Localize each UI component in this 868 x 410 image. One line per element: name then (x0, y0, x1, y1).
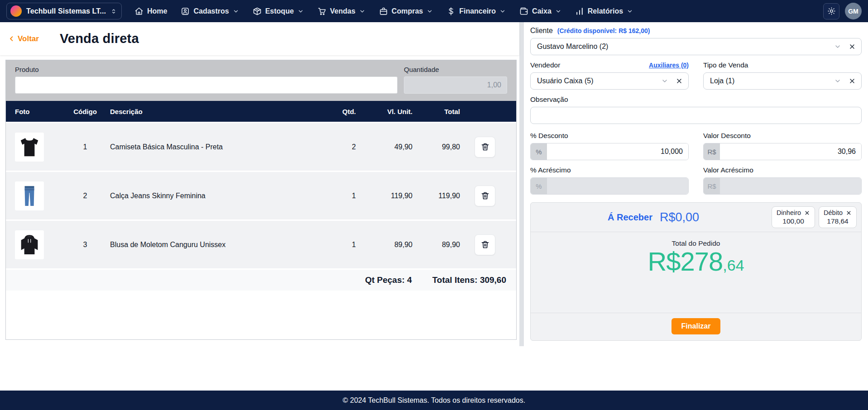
pct-acrescimo-input (547, 178, 688, 194)
navbar-right: GM (823, 3, 862, 19)
bottom-gap (0, 346, 868, 391)
wallet-icon (519, 7, 528, 16)
nav-item-caixa[interactable]: Caixa (519, 7, 561, 16)
chevron-down-icon (427, 8, 433, 14)
chevron-down-icon (627, 8, 633, 14)
user-avatar[interactable]: GM (845, 3, 862, 19)
nav-item-financeiro[interactable]: Financeiro (446, 7, 506, 16)
package-icon (253, 7, 262, 16)
dollar-icon (446, 7, 456, 16)
chevron-left-icon (8, 35, 15, 42)
company-logo (10, 5, 22, 17)
cliente-select[interactable]: Gustavo Marcelino (2) (530, 38, 862, 55)
column-divider (519, 22, 524, 346)
footer: © 2024 TechBull Sistemas. Todos os direi… (0, 391, 868, 410)
chevron-down-icon (834, 43, 841, 50)
chevron-down-icon (359, 8, 365, 14)
pct-desconto-label: % Desconto (530, 132, 568, 140)
sale-items-section: Voltar Venda direta Produto Quantidade (0, 22, 519, 346)
delete-item-button[interactable] (475, 234, 495, 255)
product-photo-tshirt (15, 133, 44, 162)
totals-box: Á Receber R$0,00 Dinheiro 100,00 Débito (530, 202, 862, 341)
user-badge-icon (181, 7, 190, 16)
chevron-down-icon (297, 8, 304, 14)
page-header: Voltar Venda direta (0, 22, 519, 55)
clear-vendedor-button[interactable] (676, 77, 683, 85)
page-title: Venda direta (60, 31, 139, 46)
table-row: 3 Blusa de Moletom Canguru Unissex 1 89,… (6, 219, 516, 268)
company-name: Techbull Sistemas LT... (26, 7, 106, 15)
percent-prefix: % (531, 178, 547, 194)
company-selector[interactable]: Techbull Sistemas LT... (6, 3, 122, 19)
payment-chip-dinheiro: Dinheiro 100,00 (772, 206, 815, 228)
nav-item-vendas[interactable]: Vendas (317, 7, 365, 16)
items-panel-wrap: Produto Quantidade Foto Código Descrição… (0, 55, 519, 346)
vendedor-label: Vendedor (530, 61, 560, 69)
nav-item-compras[interactable]: Compras (379, 7, 433, 16)
cliente-label: Cliente (530, 27, 553, 35)
nav-item-cadastros[interactable]: Cadastros (181, 7, 239, 16)
product-photo-hoodie (15, 230, 44, 259)
nav-menu: Home Cadastros Estoque Vendas Compras Fi… (134, 7, 817, 16)
updown-chevron-icon (110, 8, 117, 15)
home-icon (134, 7, 144, 16)
table-summary: Qt Peças: 4 Total Itens: 309,60 (6, 268, 516, 291)
valor-desconto-label: Valor Desconto (703, 132, 751, 140)
product-toolbar: Produto Quantidade (6, 60, 516, 101)
observacao-label: Observação (530, 95, 568, 104)
items-panel: Produto Quantidade Foto Código Descrição… (5, 60, 517, 340)
percent-prefix: % (531, 143, 547, 160)
product-photo-jeans (15, 181, 44, 210)
delete-item-button[interactable] (475, 186, 495, 206)
remove-payment-icon[interactable] (804, 210, 810, 216)
valor-acrescimo-label: Valor Acréscimo (703, 166, 753, 174)
top-navbar: Techbull Sistemas LT... Home Cadastros E… (0, 0, 868, 22)
main-area: Voltar Venda direta Produto Quantidade (0, 22, 868, 346)
delete-item-button[interactable] (475, 137, 495, 157)
table-row: 2 Calça Jeans Skinny Feminina 1 119,90 1… (6, 171, 516, 219)
valor-acrescimo-input (720, 178, 861, 194)
total-pedido-value: R$278,64 (531, 248, 861, 275)
nav-item-home[interactable]: Home (134, 7, 167, 16)
theme-toggle-button[interactable] (823, 3, 839, 19)
chevron-down-icon (555, 8, 561, 14)
tipo-venda-select[interactable]: Loja (1) (703, 72, 862, 90)
nav-item-relatorios[interactable]: Relatórios (575, 7, 633, 16)
vendedor-select[interactable]: Usuário Caixa (5) (530, 72, 689, 90)
chevron-down-icon (233, 8, 239, 14)
quantidade-input (404, 76, 507, 94)
payment-chip-debito: Débito 178,64 (819, 206, 857, 228)
qt-pecas-total: Qt Peças: 4 (365, 275, 412, 285)
chevron-down-icon (499, 8, 506, 14)
chevron-down-icon (661, 77, 668, 85)
a-receber-value: R$0,00 (660, 210, 699, 224)
clear-tipo-venda-button[interactable] (849, 77, 856, 85)
currency-prefix: R$ (704, 143, 720, 160)
observacao-input[interactable] (530, 107, 862, 124)
back-button[interactable]: Voltar (8, 34, 39, 43)
finalizar-button[interactable]: Finalizar (671, 318, 721, 334)
remove-payment-icon[interactable] (846, 210, 852, 216)
total-itens: Total Itens: 309,60 (432, 275, 506, 285)
pct-desconto-input[interactable] (547, 143, 688, 160)
bar-chart-icon (575, 7, 584, 16)
chevron-down-icon (834, 77, 841, 85)
pct-acrescimo-label: % Acréscimo (530, 166, 571, 174)
sun-icon (827, 7, 836, 15)
credito-disponivel: (Crédito disponível: R$ 162,00) (557, 27, 650, 34)
quantidade-label: Quantidade (404, 66, 507, 73)
briefcase-icon (379, 7, 388, 16)
clear-cliente-button[interactable] (849, 43, 856, 50)
nav-item-estoque[interactable]: Estoque (253, 7, 304, 16)
produto-label: Produto (15, 66, 398, 73)
a-receber: Á Receber R$0,00 (535, 210, 772, 224)
auxiliares-link[interactable]: Auxiliares (0) (649, 62, 689, 69)
items-table-header: Foto Código Descrição Qtd. Vl. Unit. Tot… (6, 101, 516, 122)
produto-input[interactable] (15, 76, 398, 94)
valor-desconto-input[interactable] (720, 143, 861, 160)
copyright-text: © 2024 TechBull Sistemas. Todos os direi… (343, 396, 525, 405)
tipo-venda-label: Tipo de Venda (703, 61, 748, 69)
cart-icon (317, 7, 326, 16)
sale-summary-section: Cliente (Crédito disponível: R$ 162,00) … (524, 22, 868, 346)
table-row: 1 Camiseta Básica Masculina - Preta 2 49… (6, 122, 516, 171)
